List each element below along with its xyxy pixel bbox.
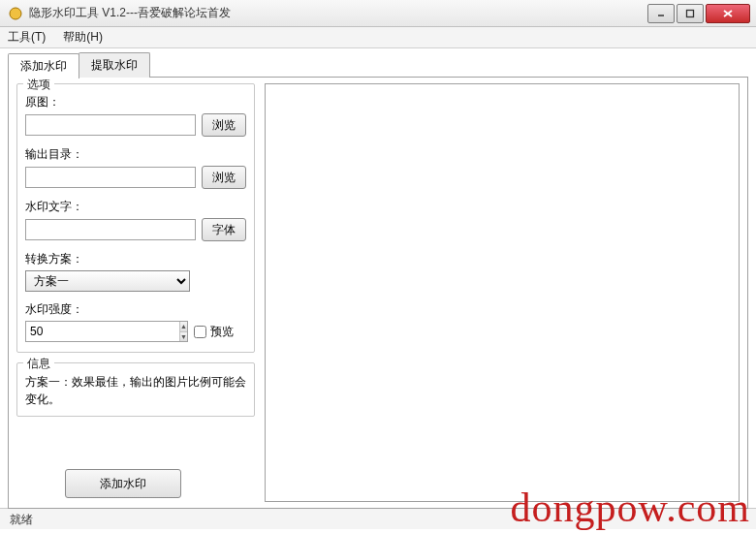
font-button[interactable]: 字体 xyxy=(202,218,246,241)
statusbar: 就绪 xyxy=(0,508,756,529)
watermark-text-label: 水印文字： xyxy=(25,199,246,215)
strength-input[interactable] xyxy=(26,322,179,341)
options-group-title: 选项 xyxy=(23,77,54,93)
info-group-title: 信息 xyxy=(23,356,54,372)
tab-strip: 添加水印 提取水印 xyxy=(8,52,748,78)
preview-checkbox-wrap[interactable]: 预览 xyxy=(194,324,234,340)
app-icon xyxy=(8,6,23,21)
output-label: 输出目录： xyxy=(25,146,246,163)
maximize-button[interactable] xyxy=(677,4,704,23)
strength-label: 水印强度： xyxy=(25,301,246,318)
menu-help[interactable]: 帮助(H) xyxy=(63,29,103,46)
info-text: 方案一：效果最佳，输出的图片比例可能会变化。 xyxy=(25,373,246,408)
options-group: 选项 原图： 浏览 输出目录： 浏览 水印文字： xyxy=(16,83,255,353)
tab-add-watermark[interactable]: 添加水印 xyxy=(8,53,79,78)
spin-down-icon[interactable]: ▼ xyxy=(180,332,187,342)
source-label: 原图： xyxy=(25,94,246,110)
minimize-button[interactable] xyxy=(647,4,675,23)
watermark-text-input[interactable] xyxy=(25,219,196,240)
client-area: 添加水印 提取水印 选项 原图： 浏览 输出目录： 浏览 xyxy=(0,48,756,508)
output-input[interactable] xyxy=(25,167,196,188)
window-controls xyxy=(646,4,750,23)
left-column: 选项 原图： 浏览 输出目录： 浏览 水印文字： xyxy=(16,83,255,502)
source-input[interactable] xyxy=(25,114,196,136)
info-group: 信息 方案一：效果最佳，输出的图片比例可能会变化。 xyxy=(16,362,255,417)
strength-stepper[interactable]: ▲ ▼ xyxy=(25,321,188,342)
browse-source-button[interactable]: 浏览 xyxy=(202,113,246,137)
close-button[interactable] xyxy=(706,4,750,23)
titlebar: 隐形水印工具 V1.2---吾爱破解论坛首发 xyxy=(0,0,756,27)
preview-checkbox[interactable] xyxy=(194,326,206,338)
browse-output-button[interactable]: 浏览 xyxy=(202,166,246,189)
menu-tools[interactable]: 工具(T) xyxy=(8,29,46,46)
preview-panel xyxy=(265,83,740,502)
svg-rect-2 xyxy=(687,10,694,16)
action-area: 添加水印 xyxy=(16,461,255,502)
svg-point-0 xyxy=(10,8,21,19)
preview-checkbox-label: 预览 xyxy=(210,324,234,340)
spin-up-icon[interactable]: ▲ xyxy=(180,322,187,332)
add-watermark-button[interactable]: 添加水印 xyxy=(65,469,181,498)
menubar: 工具(T) 帮助(H) xyxy=(0,27,756,48)
tab-extract-watermark[interactable]: 提取水印 xyxy=(79,52,150,78)
status-text: 就绪 xyxy=(10,513,33,526)
window-title: 隐形水印工具 V1.2---吾爱破解论坛首发 xyxy=(29,5,646,21)
scheme-label: 转换方案： xyxy=(25,251,246,267)
scheme-select[interactable]: 方案一 xyxy=(25,270,190,292)
tab-body: 选项 原图： 浏览 输出目录： 浏览 水印文字： xyxy=(8,77,748,509)
